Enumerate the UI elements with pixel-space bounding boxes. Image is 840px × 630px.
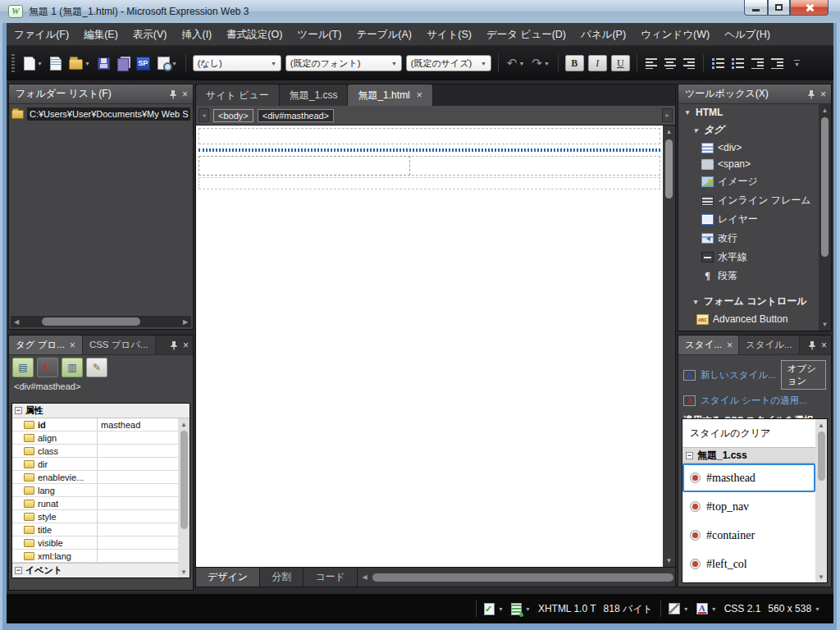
tab-split-view[interactable]: 分割 bbox=[260, 568, 304, 587]
toolbox-item-advanced-button[interactable]: Advanced Button bbox=[678, 311, 819, 327]
attach-stylesheet-link[interactable]: スタイル シートの適用... bbox=[701, 395, 807, 407]
toolbox-group-tags[interactable]: ▾ タグ bbox=[678, 121, 819, 139]
paste-button[interactable] bbox=[116, 54, 130, 73]
pin-icon[interactable] bbox=[170, 340, 178, 350]
attribute-row[interactable]: align bbox=[12, 431, 178, 445]
css-schema-status[interactable]: CSS 2.1 bbox=[724, 603, 761, 614]
scroll-up-icon[interactable]: ▲ bbox=[178, 418, 189, 430]
design-canvas[interactable] bbox=[196, 126, 663, 567]
menu-insert[interactable]: 挿入(I) bbox=[174, 23, 219, 45]
menu-help[interactable]: ヘルプ(H) bbox=[717, 23, 778, 45]
stylesheet-group-header[interactable]: − 無題_1.css bbox=[682, 447, 815, 463]
undo-button[interactable]: ↶ ▼ bbox=[505, 55, 527, 71]
chevron-down-icon[interactable]: ▼ bbox=[544, 61, 550, 66]
menu-file[interactable]: ファイル(F) bbox=[7, 23, 76, 45]
toolbox-vscrollbar[interactable]: ▲ ▼ bbox=[819, 104, 831, 331]
toolbox-item-inline-frame[interactable]: インライン フレーム bbox=[678, 191, 819, 210]
close-icon[interactable]: × bbox=[417, 90, 422, 100]
style-item-top-nav[interactable]: #top_nav bbox=[682, 492, 815, 521]
close-icon[interactable]: × bbox=[182, 89, 188, 99]
styles-vscrollbar[interactable]: ▲ ▼ bbox=[815, 419, 827, 582]
collapse-icon[interactable]: − bbox=[686, 452, 693, 459]
toolbox-item-break[interactable]: 改行 bbox=[678, 229, 819, 248]
attribute-value[interactable] bbox=[97, 458, 178, 470]
breadcrumb-body-tag[interactable]: <body> bbox=[213, 109, 253, 122]
canvas-vscrollbar[interactable]: ▲ ▼ bbox=[663, 126, 675, 567]
toolbox-item-paragraph[interactable]: ¶段落 bbox=[678, 267, 819, 285]
attribute-value[interactable] bbox=[97, 510, 178, 523]
redo-button[interactable]: ↷ ▼ bbox=[530, 55, 551, 71]
selected-masthead-div[interactable] bbox=[199, 148, 660, 152]
folder-list-content[interactable] bbox=[11, 124, 191, 314]
tab-tag-properties[interactable]: タグ プロ... × bbox=[9, 336, 83, 354]
attribute-row[interactable]: dir bbox=[12, 458, 178, 471]
pin-icon[interactable] bbox=[807, 89, 815, 99]
attribute-value[interactable] bbox=[97, 445, 178, 457]
close-icon[interactable]: × bbox=[727, 340, 733, 350]
chevron-down-icon[interactable]: ▼ bbox=[37, 61, 43, 66]
toolbar-overflow-button[interactable]: ▼ bbox=[794, 60, 800, 67]
chevron-down-icon[interactable]: ▼ bbox=[518, 61, 524, 66]
nested-div-outline[interactable] bbox=[199, 156, 410, 176]
clear-styles-item[interactable]: スタイルのクリア bbox=[682, 419, 815, 447]
attribute-value[interactable] bbox=[97, 550, 178, 562]
tab-css-properties[interactable]: CSS プロパ... bbox=[83, 336, 156, 354]
events-section-header[interactable]: − イベント bbox=[12, 563, 178, 578]
open-file-button[interactable] bbox=[48, 55, 63, 72]
attribute-value[interactable] bbox=[97, 471, 178, 483]
close-icon[interactable]: × bbox=[821, 340, 827, 350]
page-size-button[interactable]: 560 x 538 ▼ bbox=[768, 603, 820, 614]
attribute-value[interactable] bbox=[97, 536, 178, 549]
style-combobox[interactable]: (なし) ▼ bbox=[193, 55, 281, 71]
toolbox-titlebar[interactable]: ツールボックス(X) × bbox=[678, 84, 831, 104]
menu-format[interactable]: 書式設定(O) bbox=[219, 23, 290, 45]
toolbox-item-horizontal-line[interactable]: 水平線 bbox=[678, 248, 819, 267]
save-button[interactable] bbox=[96, 56, 112, 71]
show-set-properties-button[interactable]: ▥ bbox=[62, 358, 83, 377]
toolbox-item-layer[interactable]: レイヤー bbox=[678, 210, 819, 229]
new-style-link[interactable]: 新しいスタイル... bbox=[701, 369, 776, 381]
menu-data-view[interactable]: データ ビュー(D) bbox=[479, 23, 573, 45]
scroll-down-icon[interactable]: ▼ bbox=[819, 318, 831, 331]
scrollbar-thumb[interactable] bbox=[821, 117, 829, 257]
folder-list-hscrollbar[interactable]: ◀ ▶ bbox=[11, 316, 191, 327]
toolbox-group-html[interactable]: ▾ HTML bbox=[678, 104, 819, 121]
style-item-left-col[interactable]: #left_col bbox=[682, 550, 815, 578]
scroll-left-icon[interactable]: ◀ bbox=[359, 572, 371, 583]
attribute-row[interactable]: style bbox=[12, 510, 178, 523]
tab-untitled-html[interactable]: 無題_1.html × bbox=[348, 84, 432, 106]
font-combobox[interactable]: (既定のフォント) ▼ bbox=[285, 55, 402, 71]
attribute-value[interactable] bbox=[97, 484, 178, 496]
menu-view[interactable]: 表示(V) bbox=[126, 23, 175, 45]
attribute-value[interactable]: masthead bbox=[97, 418, 178, 431]
style-application-button[interactable]: ▼ bbox=[696, 603, 717, 614]
doctype-status[interactable]: XHTML 1.0 T bbox=[538, 603, 596, 614]
scroll-down-icon[interactable]: ▼ bbox=[178, 566, 189, 578]
toolbox-item-span[interactable]: <span> bbox=[678, 156, 819, 172]
italic-button[interactable]: I bbox=[588, 55, 607, 71]
maximize-button[interactable] bbox=[768, 0, 790, 16]
bullet-list-button[interactable] bbox=[730, 57, 746, 71]
folder-list-titlebar[interactable]: フォルダー リスト(F) × bbox=[9, 84, 193, 104]
attributes-vscrollbar[interactable]: ▲ ▼ bbox=[178, 418, 189, 578]
scroll-left-icon[interactable]: ◀ bbox=[11, 316, 22, 327]
tab-site-view[interactable]: サイト ビュー bbox=[196, 84, 280, 106]
close-icon[interactable]: × bbox=[820, 89, 826, 99]
visual-aids-button[interactable]: ▼ bbox=[669, 603, 689, 614]
attribute-row[interactable]: idmasthead bbox=[12, 418, 178, 431]
attribute-row[interactable]: title bbox=[12, 523, 178, 536]
attribute-row[interactable]: runat bbox=[12, 497, 178, 510]
underline-button[interactable]: U bbox=[611, 55, 630, 71]
attribute-row[interactable]: xml:lang bbox=[12, 550, 178, 563]
toolbox-item-drop-down-box[interactable]: Drop-Down Box bbox=[678, 327, 819, 331]
tab-manage-styles[interactable]: スタイル... bbox=[739, 336, 800, 354]
scroll-down-icon[interactable]: ▼ bbox=[815, 571, 827, 582]
toolbox-item-div[interactable]: <div> bbox=[678, 139, 819, 156]
close-icon[interactable]: × bbox=[70, 340, 75, 350]
new-document-button[interactable]: ▼ bbox=[22, 55, 44, 72]
scrollbar-thumb[interactable] bbox=[180, 431, 188, 529]
align-left-button[interactable] bbox=[644, 57, 659, 71]
toolbar-grip[interactable] bbox=[11, 54, 15, 72]
collapse-icon[interactable]: − bbox=[15, 567, 22, 574]
attribute-value[interactable] bbox=[97, 431, 178, 444]
